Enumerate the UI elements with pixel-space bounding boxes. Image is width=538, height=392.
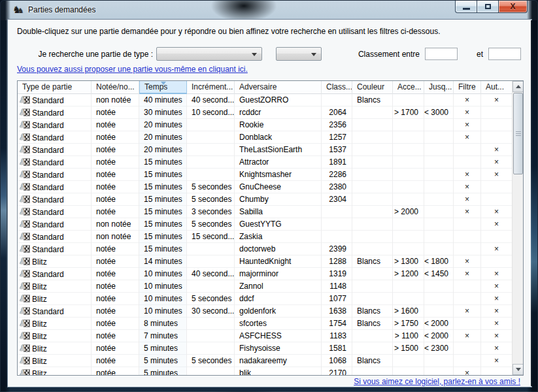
column-header-7[interactable]: Couleur — [352, 81, 393, 94]
cell: notée — [92, 268, 139, 280]
game-row[interactable]: ♟Standardnotée15 minutesdoctorweb2399× — [18, 243, 512, 255]
game-type-text: Blitz — [32, 368, 47, 376]
cell: ♟Blitz — [18, 330, 92, 342]
game-row[interactable]: ♟Blitznotée5 minutes5 secondesnadakareem… — [18, 355, 512, 367]
cell — [481, 367, 512, 375]
game-row[interactable]: ♟Blitznotée8 minutessfcortes1754Blancs> … — [18, 318, 512, 330]
game-row[interactable]: ♟Standardnotée20 minutesDonblack1257× — [18, 131, 512, 144]
column-header-1[interactable]: Type de partie — [18, 81, 92, 94]
cell: Rookie — [235, 119, 322, 131]
scroll-up-button[interactable] — [513, 81, 524, 92]
game-row[interactable]: ♟Standardnon notée40 minutes40 second...… — [18, 94, 512, 106]
cell: doctorweb — [235, 243, 322, 255]
cell: 5 secondes — [187, 181, 235, 193]
column-header-4[interactable]: Incrément... — [187, 81, 235, 94]
game-row[interactable]: ♟Blitznotée10 minutes5 secondesddcf1077× — [18, 293, 512, 305]
cell: ♟Blitz — [18, 280, 92, 293]
game-row[interactable]: ♟Standardnon notée15 minutes15 second...… — [18, 231, 512, 243]
cell: 40 minutes — [139, 94, 187, 106]
column-header-10[interactable]: Filtre — [454, 81, 481, 94]
cell: < 2300 — [424, 342, 454, 355]
game-type-text: Blitz — [32, 318, 47, 330]
cell: sfcortes — [235, 318, 322, 330]
game-row[interactable]: ♟Blitznotée5 minutesblik2170× — [18, 367, 512, 375]
scrollbar-thumb[interactable] — [513, 93, 523, 174]
minimize-icon — [463, 8, 470, 10]
cell: rcddcr — [235, 106, 322, 119]
chess-pawn-board-icon: ♟ — [20, 356, 31, 366]
game-row[interactable]: ♟Blitznotée5 minutesFishysoisse1581> 150… — [18, 342, 512, 355]
cell: Knightsmasher — [235, 169, 322, 181]
cell — [454, 318, 481, 330]
game-row[interactable]: ♟Standardnotée20 minutesRookie2356× — [18, 119, 512, 131]
cell: × — [454, 193, 481, 206]
game-type-text: Standard — [32, 206, 64, 218]
propose-game-link[interactable]: Vous pouvez aussi proposer une partie vo… — [17, 65, 248, 74]
rating-min-input[interactable] — [425, 48, 458, 60]
column-header-2[interactable]: Notée/no... — [92, 81, 139, 94]
table-body: ♟Standardnon notée40 minutes40 second...… — [18, 94, 512, 375]
vertical-scrollbar[interactable] — [512, 81, 523, 375]
grip-icon — [516, 131, 521, 137]
game-row[interactable]: ♟Standardnon notée15 minutes5 secondesGu… — [18, 218, 512, 231]
cell — [481, 181, 512, 193]
close-button[interactable]: X — [498, 1, 528, 13]
column-header-8[interactable]: Acce... — [393, 81, 424, 94]
cell: ♟Standard — [18, 305, 92, 318]
column-header-3[interactable]: Temps — [139, 81, 187, 94]
cell — [187, 342, 235, 355]
game-row[interactable]: ♟Standardnotée15 minutes5 secondesGnuChe… — [18, 181, 512, 193]
cell: GnuCheese — [235, 181, 322, 193]
cell: < 1450 — [424, 268, 454, 280]
game-row[interactable]: ♟Standardnotée10 minutes30 second...gold… — [18, 305, 512, 318]
column-header-6[interactable]: Class... — [322, 81, 352, 94]
cell: × — [481, 318, 512, 330]
scroll-down-button[interactable] — [513, 364, 524, 375]
cell — [424, 243, 454, 255]
cell: notée — [92, 280, 139, 293]
cell: 40 second... — [187, 94, 235, 106]
game-row[interactable]: ♟Standardnotée15 minutesAttractor1891× — [18, 156, 512, 169]
column-header-11[interactable]: Aut... — [481, 81, 512, 94]
game-row[interactable]: ♟Standardnotée15 minutes5 secondesChumby… — [18, 193, 512, 206]
game-row[interactable]: ♟Standardnotée15 minutesKnightsmasher228… — [18, 169, 512, 181]
minimize-button[interactable] — [455, 1, 477, 13]
game-type-text: Standard — [32, 244, 64, 255]
window-frame: ♞♞ Parties demandées X Double-cliquez su… — [0, 0, 538, 392]
game-row[interactable]: ♟Standardnotée30 minutes10 second...rcdd… — [18, 106, 512, 119]
cell: ♟Blitz — [18, 355, 92, 367]
share-app-link[interactable]: Si vous aimez ce logiciel, parlez-en à v… — [354, 377, 520, 386]
games-list: Type de partieNotée/no...TempsIncrément.… — [17, 80, 524, 376]
titlebar[interactable]: ♞♞ Parties demandées X — [1, 1, 537, 19]
cell: 1257 — [322, 131, 352, 144]
game-type-text: Standard — [32, 144, 64, 156]
column-header-9[interactable]: Jusq... — [424, 81, 454, 94]
cell — [424, 169, 454, 181]
rating-max-input[interactable] — [488, 48, 521, 60]
game-row[interactable]: ♟Blitznotée7 minutesASFCHESS1183> 1100< … — [18, 330, 512, 342]
chess-pawn-board-icon: ♟ — [20, 220, 31, 229]
cell: 3 secondes — [187, 206, 235, 218]
game-type-select[interactable] — [156, 47, 262, 61]
game-row[interactable]: ♟Blitznotée10 minutesZannol1148× — [18, 280, 512, 293]
game-row[interactable]: ♟Standardnotée20 minutesTheLastSionEarth… — [18, 144, 512, 156]
game-type-text: Standard — [32, 169, 64, 181]
cell: 1537 — [322, 144, 352, 156]
cell: notée — [92, 305, 139, 318]
game-row[interactable]: ♟Standardnotée10 minutes40 second...majo… — [18, 268, 512, 280]
cell — [393, 355, 424, 367]
arrow-up-icon — [516, 85, 521, 88]
maximize-button[interactable] — [477, 1, 498, 13]
game-type-text: Standard — [32, 306, 64, 318]
cell: × — [481, 268, 512, 280]
cell — [352, 367, 393, 375]
game-row[interactable]: ♟Standardnotée15 minutes3 secondesSabill… — [18, 206, 512, 218]
cell: 5 minutes — [139, 355, 187, 367]
cell: notée — [92, 131, 139, 144]
column-header-5[interactable]: Adversaire — [235, 81, 322, 94]
maximize-icon — [485, 4, 491, 9]
cell — [187, 367, 235, 375]
game-type-text: Standard — [32, 231, 64, 243]
cell: Chumby — [235, 193, 322, 206]
game-row[interactable]: ♟Blitznotée14 minutesHauntedKnight1288Bl… — [18, 255, 512, 268]
